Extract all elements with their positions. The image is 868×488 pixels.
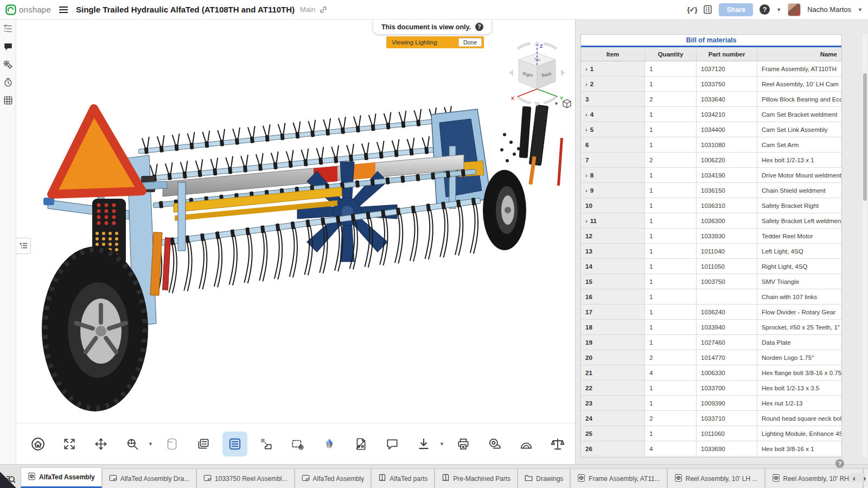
bom-row[interactable]: 1411011050Right Light, 4SQ — [581, 259, 841, 274]
print-button[interactable] — [451, 432, 476, 457]
measure-button[interactable] — [482, 432, 507, 457]
bom-row[interactable]: 1911027460Data Plate — [581, 335, 841, 350]
bom-row[interactable]: 611031080Cam Set Arm — [581, 137, 841, 153]
row-expand-icon[interactable]: › — [585, 172, 588, 179]
bom-row[interactable]: 1711036240Flow Divider - Rotary Gear — [581, 305, 841, 320]
section-view-button[interactable] — [159, 432, 184, 457]
bom-item-cell[interactable]: ›4 — [581, 107, 645, 122]
comment-button[interactable] — [380, 432, 405, 457]
zoom-button[interactable] — [120, 432, 145, 457]
bom-row[interactable]: ›111037120Frame Assembly, AT110TH — [581, 61, 841, 77]
row-expand-icon[interactable]: › — [585, 81, 588, 87]
row-expand-icon[interactable]: › — [585, 187, 588, 194]
instance-tree-handle[interactable] — [16, 238, 31, 254]
export-caret-icon[interactable]: ▼ — [439, 441, 444, 447]
row-expand-icon[interactable]: › — [585, 111, 588, 118]
tab-alfated-assembly-dra[interactable]: AlfaTed Assembly Dra... — [102, 468, 196, 488]
bom-column-header[interactable]: Item — [581, 47, 645, 61]
user-name[interactable]: Nacho Martos — [807, 5, 851, 14]
user-menu-caret-icon[interactable]: ▼ — [858, 7, 863, 12]
tab-reel-assembly-10-rh[interactable]: Reel Assembly, 10' RH ... — [765, 468, 864, 488]
view-options-caret-icon[interactable]: ▼ — [554, 101, 559, 106]
angle-button[interactable] — [514, 432, 539, 457]
bom-item-cell[interactable]: ›2 — [581, 77, 645, 91]
share-button[interactable]: Share — [719, 3, 753, 16]
bom-row[interactable]: ›411034210Cam Set Bracket weldment — [581, 107, 841, 122]
home-button[interactable] — [25, 432, 50, 457]
link-icon[interactable] — [320, 6, 327, 14]
sidebar-tables-icon[interactable] — [2, 94, 14, 106]
bom-row[interactable]: 2141006330Hex flange bolt 3/8-16 x 0.75 — [581, 365, 841, 381]
bom-row[interactable]: 161Chain with 107 links — [581, 289, 841, 305]
tab-alfated-assembly[interactable]: AlfaTed Assembly — [295, 468, 372, 488]
zoom-fit-button[interactable] — [57, 432, 82, 457]
pan-button[interactable] — [88, 432, 113, 457]
bom-row[interactable]: 2511011060Lighting Module, Enhance 4SQ — [581, 426, 841, 441]
help-menu-icon[interactable]: ? — [760, 4, 770, 15]
bom-item-cell[interactable]: ›8 — [581, 168, 645, 182]
bom-table-button[interactable] — [222, 432, 247, 457]
bom-row[interactable]: ›911036150Chain Shield weldment — [581, 183, 841, 198]
bom-row[interactable]: 1211033930Tedder Reel Motor — [581, 229, 841, 244]
bom-row[interactable]: 1011036310Safety Bracket Right — [581, 198, 841, 213]
bom-column-header[interactable]: Name — [757, 47, 841, 61]
drawing-button[interactable] — [348, 432, 373, 457]
bom-item-cell[interactable]: ›11 — [581, 213, 645, 228]
bom-item-cell[interactable]: ›9 — [581, 183, 645, 198]
tab-drawings[interactable]: Drawings — [518, 468, 570, 488]
featurescript-check-icon[interactable]: {✓} — [687, 5, 697, 14]
tabs-next-icon[interactable]: › — [863, 473, 866, 483]
user-avatar[interactable] — [788, 3, 801, 16]
view-only-help-icon[interactable]: ? — [475, 23, 483, 31]
tabbar-help-icon[interactable]: ? — [835, 459, 844, 468]
onshape-logo[interactable]: onshape — [5, 4, 51, 15]
mass-properties-button[interactable] — [545, 432, 570, 457]
bom-row[interactable]: ›1111036300Safety Bracket Left weldment — [581, 213, 841, 229]
bom-column-header[interactable]: Quantity — [645, 47, 697, 61]
bom-column-header[interactable]: Part number — [697, 47, 757, 61]
sidebar-history-icon[interactable] — [2, 77, 14, 88]
help-caret-icon[interactable]: ▼ — [776, 7, 781, 12]
bom-row[interactable]: 1511003750SMV Triangle — [581, 274, 841, 289]
tab-alfated-assembly[interactable]: AlfaTed Assembly — [21, 467, 102, 488]
row-expand-icon[interactable]: › — [585, 66, 588, 72]
row-expand-icon[interactable]: › — [585, 126, 588, 133]
bom-scrollbar[interactable] — [863, 34, 867, 458]
sidebar-feature-list-icon[interactable] — [2, 23, 14, 35]
view-options-menu[interactable]: ▼ — [554, 99, 572, 109]
bom-row[interactable]: 2211033700Hex bolt 1/2-13 x 3.5 — [581, 381, 841, 396]
main-menu-icon[interactable] — [59, 6, 68, 14]
bom-row[interactable]: ›511034400Cam Set Link Assembly — [581, 122, 841, 137]
tab-reel-assembly-10-lh[interactable]: Reel Assembly, 10' LH ... — [667, 468, 765, 488]
bom-item-cell[interactable]: ›5 — [581, 122, 645, 137]
configurations-button[interactable] — [285, 432, 310, 457]
zoom-caret-icon[interactable]: ▼ — [148, 441, 153, 447]
lighting-done-button[interactable]: Done — [458, 38, 482, 47]
bom-row[interactable]: 2021014770Norden Logo 1.75" — [581, 350, 841, 365]
named-views-button[interactable] — [191, 432, 216, 457]
bom-scrollbar-thumb[interactable] — [863, 73, 867, 201]
properties-panel-icon[interactable] — [703, 5, 712, 14]
bom-row[interactable]: 2311009390Hex nut 1/2-13 — [581, 396, 841, 411]
assembly-3d-view[interactable] — [16, 20, 575, 424]
bom-row[interactable]: 2421033710Round head square neck bolt 1/… — [581, 411, 841, 426]
model-viewport[interactable]: This document is view only. ? Viewing Li… — [16, 20, 575, 464]
appearances-button[interactable] — [317, 432, 342, 457]
sidebar-comment-icon[interactable] — [2, 41, 14, 53]
row-expand-icon[interactable]: › — [585, 218, 588, 224]
bom-row[interactable]: ›811034190Drive Motor Mount weldment — [581, 168, 841, 183]
tab-alfated-parts[interactable]: AlfaTed parts — [371, 468, 435, 488]
tab-1033750-reel-assembl[interactable]: 1033750 Reel Assembl... — [196, 468, 294, 488]
bom-row[interactable]: 2641033690Hex bolt 3/8-16 x 1 — [581, 441, 841, 457]
bom-row[interactable]: 321033640Pillow Block Bearing and Eccent… — [581, 92, 841, 107]
sidebar-gears-icon[interactable] — [2, 59, 14, 71]
export-button[interactable] — [411, 432, 436, 457]
bom-row[interactable]: 721006220Hex bolt 1/2-13 x 1 — [581, 153, 841, 168]
exploded-views-button[interactable] — [254, 432, 279, 457]
bom-row[interactable]: 1811033940Sprocket, #50 x 25 Teeth, 1" S… — [581, 320, 841, 335]
tab-pre-machined-parts[interactable]: Pre-Machined Parts — [435, 468, 518, 488]
tab-frame-assembly-at11[interactable]: Frame Assembly, AT11... — [570, 468, 667, 488]
bom-item-cell[interactable]: ›1 — [581, 61, 645, 76]
workspace-label[interactable]: Main — [300, 5, 315, 14]
bom-row[interactable]: 1311011040Left Light, 4SQ — [581, 244, 841, 259]
